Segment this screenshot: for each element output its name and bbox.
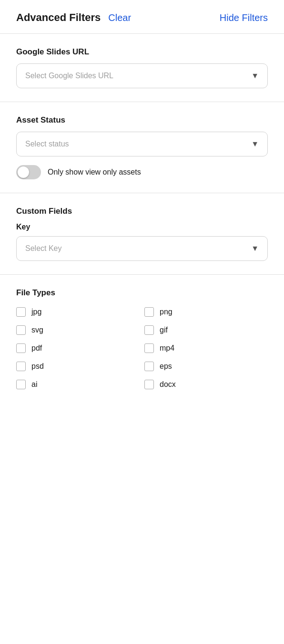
checkbox-ai[interactable]: [16, 380, 26, 389]
key-dropdown[interactable]: Select Key ▼: [16, 236, 268, 261]
checkbox-png[interactable]: [144, 307, 154, 317]
file-type-label: png: [160, 308, 172, 316]
header: Advanced Filters Clear Hide Filters: [0, 0, 284, 33]
file-type-item[interactable]: png: [144, 307, 268, 317]
file-type-label: pdf: [31, 344, 42, 353]
google-slides-section: Google Slides URL Select Google Slides U…: [0, 34, 284, 102]
file-type-item[interactable]: mp4: [144, 343, 268, 353]
file-type-item[interactable]: jpg: [16, 307, 140, 317]
google-slides-dropdown[interactable]: Select Google Slides URL ▼: [16, 63, 268, 88]
file-type-label: gif: [160, 326, 168, 334]
checkbox-mp4[interactable]: [144, 343, 154, 353]
file-type-label: ai: [31, 380, 37, 389]
asset-status-dropdown[interactable]: Select status ▼: [16, 132, 268, 156]
file-type-item[interactable]: eps: [144, 362, 268, 371]
view-only-label: Only show view only assets: [48, 168, 141, 177]
asset-status-section: Asset Status Select status ▼ Only show v…: [0, 102, 284, 193]
checkbox-eps[interactable]: [144, 362, 154, 371]
toggle-knob: [18, 166, 29, 178]
checkbox-pdf[interactable]: [16, 343, 26, 353]
google-slides-label: Google Slides URL: [16, 47, 268, 57]
checkbox-psd[interactable]: [16, 362, 26, 371]
chevron-down-icon: ▼: [251, 72, 259, 80]
checkbox-gif[interactable]: [144, 325, 154, 335]
key-placeholder: Select Key: [25, 244, 61, 253]
file-types-label: File Types: [16, 288, 268, 298]
file-type-item[interactable]: pdf: [16, 343, 140, 353]
checkbox-svg[interactable]: [16, 325, 26, 335]
key-label: Key: [16, 223, 268, 231]
view-only-toggle[interactable]: [16, 165, 41, 179]
file-type-item[interactable]: psd: [16, 362, 140, 371]
chevron-down-icon: ▼: [251, 140, 259, 148]
file-types-section: File Types jpg png svg gif pdf mp4: [0, 275, 284, 403]
page-title: Advanced Filters: [16, 11, 101, 24]
hide-filters-button[interactable]: Hide Filters: [220, 12, 268, 23]
view-only-toggle-row: Only show view only assets: [16, 165, 268, 179]
checkbox-docx[interactable]: [144, 380, 154, 389]
file-type-label: svg: [31, 326, 43, 334]
file-types-grid: jpg png svg gif pdf mp4 psd eps: [16, 307, 268, 389]
file-type-label: psd: [31, 362, 44, 371]
asset-status-placeholder: Select status: [25, 140, 69, 148]
clear-button[interactable]: Clear: [108, 12, 131, 23]
file-type-label: docx: [160, 380, 176, 389]
file-type-label: jpg: [31, 308, 41, 316]
file-type-label: eps: [160, 362, 172, 371]
custom-fields-label: Custom Fields: [16, 207, 268, 216]
file-type-item[interactable]: ai: [16, 380, 140, 389]
google-slides-placeholder: Select Google Slides URL: [25, 72, 113, 80]
checkbox-jpg[interactable]: [16, 307, 26, 317]
file-type-label: mp4: [160, 344, 174, 353]
file-type-item[interactable]: docx: [144, 380, 268, 389]
file-type-item[interactable]: gif: [144, 325, 268, 335]
custom-fields-section: Custom Fields Key Select Key ▼: [0, 193, 284, 274]
chevron-down-icon: ▼: [251, 244, 259, 253]
file-type-item[interactable]: svg: [16, 325, 140, 335]
asset-status-label: Asset Status: [16, 115, 268, 125]
